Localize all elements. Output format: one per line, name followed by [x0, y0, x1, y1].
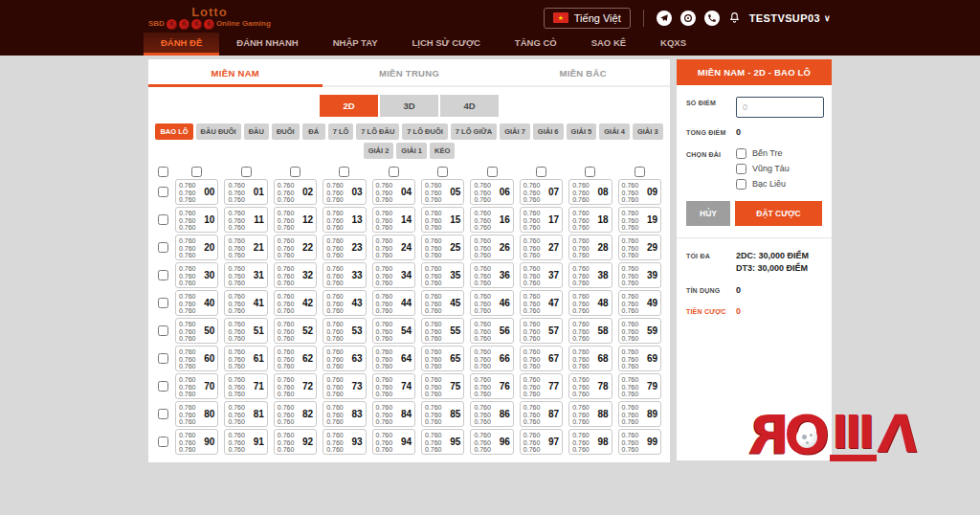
select-all-checkbox[interactable]: [158, 167, 168, 177]
number-cell-09[interactable]: 0.7600.760090.760: [618, 179, 661, 205]
number-cell-78[interactable]: 0.7600.760780.760: [568, 373, 612, 399]
number-cell-74[interactable]: 0.7600.760740.760: [372, 373, 415, 399]
number-cell-55[interactable]: 0.7600.760550.760: [421, 318, 464, 344]
bet-type-giải-3[interactable]: GIẢI 3: [633, 123, 663, 140]
tab-mien-trung[interactable]: MIỀN TRUNG: [323, 59, 497, 85]
column-8-checkbox[interactable]: [585, 167, 595, 177]
bet-type-kéo[interactable]: KÉO: [430, 143, 455, 159]
number-cell-22[interactable]: 0.7600.760220.760: [274, 235, 317, 260]
number-cell-49[interactable]: 0.7600.760490.760: [618, 290, 661, 316]
number-cell-89[interactable]: 0.7600.760890.760: [618, 401, 661, 427]
user-menu[interactable]: TESTVSUP03 ∨: [749, 12, 831, 24]
number-cell-05[interactable]: 0.7600.760050.760: [421, 179, 464, 205]
bet-type-7-lô[interactable]: 7 LÔ: [328, 123, 354, 140]
number-cell-92[interactable]: 0.7600.760920.760: [274, 429, 317, 455]
number-cell-81[interactable]: 0.7600.760810.760: [224, 401, 267, 427]
number-cell-82[interactable]: 0.7600.760820.760: [274, 401, 317, 427]
number-cell-00[interactable]: 0.7600.760000.760: [175, 179, 218, 205]
number-cell-73[interactable]: 0.7600.760730.760: [323, 373, 366, 399]
number-cell-16[interactable]: 0.7600.760160.760: [470, 207, 513, 233]
number-cell-99[interactable]: 0.7600.760990.760: [618, 429, 661, 455]
nav-item-kqxs[interactable]: KQXS: [643, 33, 703, 56]
nav-item-danh-de[interactable]: ĐÁNH ĐỀ: [144, 33, 219, 56]
row-80-checkbox[interactable]: [158, 409, 168, 419]
number-cell-20[interactable]: 0.7600.760200.760: [175, 235, 218, 260]
number-cell-25[interactable]: 0.7600.760250.760: [421, 235, 464, 260]
number-cell-14[interactable]: 0.7600.760140.760: [372, 207, 415, 233]
number-cell-63[interactable]: 0.7600.760630.760: [323, 346, 366, 371]
number-cell-30[interactable]: 0.7600.760300.760: [175, 262, 218, 288]
column-6-checkbox[interactable]: [487, 167, 498, 177]
number-cell-85[interactable]: 0.7600.760850.760: [421, 401, 464, 427]
messenger-icon[interactable]: [680, 11, 696, 26]
number-cell-57[interactable]: 0.7600.760570.760: [520, 318, 563, 344]
number-cell-90[interactable]: 0.7600.760900.760: [175, 429, 218, 455]
number-cell-83[interactable]: 0.7600.760830.760: [323, 401, 366, 427]
number-cell-80[interactable]: 0.7600.760800.760: [175, 401, 218, 427]
brand-logo[interactable]: Lotto SBD 6 6 6 6 Online Gaming: [148, 6, 271, 30]
number-cell-11[interactable]: 0.7600.760110.760: [224, 207, 267, 233]
bet-type-giải-5[interactable]: GIẢI 5: [567, 123, 597, 140]
tab-3d[interactable]: 3D: [380, 95, 438, 117]
number-cell-56[interactable]: 0.7600.760560.760: [470, 318, 513, 344]
number-cell-31[interactable]: 0.7600.760310.760: [224, 262, 267, 288]
number-cell-48[interactable]: 0.7600.760480.760: [568, 290, 612, 316]
bet-type-bao-lô[interactable]: BAO LÔ: [155, 123, 192, 140]
number-cell-69[interactable]: 0.7600.760690.760: [618, 346, 661, 371]
row-60-checkbox[interactable]: [158, 353, 168, 364]
number-cell-27[interactable]: 0.7600.760270.760: [520, 235, 563, 260]
number-cell-28[interactable]: 0.7600.760280.760: [568, 235, 612, 260]
number-cell-70[interactable]: 0.7600.760700.760: [175, 373, 218, 399]
bet-type-giải-4[interactable]: GIẢI 4: [599, 123, 630, 140]
row-20-checkbox[interactable]: [158, 242, 168, 253]
bet-type-giải-6[interactable]: GIẢI 6: [533, 123, 564, 140]
number-cell-75[interactable]: 0.7600.760750.760: [421, 373, 464, 399]
number-cell-06[interactable]: 0.7600.760060.760: [470, 179, 513, 205]
number-cell-37[interactable]: 0.7600.760370.760: [520, 262, 563, 288]
number-cell-76[interactable]: 0.7600.760760.760: [470, 373, 513, 399]
number-cell-61[interactable]: 0.7600.760610.760: [224, 346, 267, 371]
number-cell-87[interactable]: 0.7600.760870.760: [520, 401, 563, 427]
number-cell-62[interactable]: 0.7600.760620.760: [274, 346, 317, 371]
row-00-checkbox[interactable]: [158, 187, 168, 197]
cancel-button[interactable]: HỦY: [686, 201, 730, 226]
station-bac-lieu[interactable]: Bạc Liêu: [736, 179, 790, 190]
bet-type-7-lô-đuôi[interactable]: 7 LÔ ĐUÔI: [402, 123, 448, 140]
number-cell-36[interactable]: 0.7600.760360.760: [470, 262, 513, 288]
nav-item-lich-su-cuoc[interactable]: LỊCH SỬ CƯỢC: [394, 33, 497, 56]
row-40-checkbox[interactable]: [158, 298, 168, 308]
station-bac-lieu-checkbox[interactable]: [736, 179, 746, 190]
number-cell-88[interactable]: 0.7600.760880.760: [568, 401, 612, 427]
column-0-checkbox[interactable]: [191, 167, 202, 177]
number-cell-04[interactable]: 0.7600.760040.760: [372, 179, 415, 205]
number-cell-26[interactable]: 0.7600.760260.760: [470, 235, 513, 260]
number-cell-60[interactable]: 0.7600.760600.760: [175, 346, 218, 371]
points-input[interactable]: [736, 97, 824, 118]
number-cell-17[interactable]: 0.7600.760170.760: [520, 207, 563, 233]
nav-item-danh-nhanh[interactable]: ĐÁNH NHANH: [219, 33, 315, 56]
number-cell-33[interactable]: 0.7600.760330.760: [323, 262, 366, 288]
number-cell-32[interactable]: 0.7600.760320.760: [274, 262, 317, 288]
bet-type-giải-7[interactable]: GIẢI 7: [500, 123, 530, 140]
column-1-checkbox[interactable]: [241, 167, 252, 177]
number-cell-15[interactable]: 0.7600.760150.760: [421, 207, 464, 233]
number-cell-52[interactable]: 0.7600.760520.760: [274, 318, 317, 344]
number-cell-38[interactable]: 0.7600.760380.760: [568, 262, 612, 288]
bet-type-giải-1[interactable]: GIẢI 1: [396, 143, 427, 159]
number-cell-42[interactable]: 0.7600.760420.760: [274, 290, 317, 316]
row-50-checkbox[interactable]: [158, 325, 168, 336]
bet-type-đuôi[interactable]: ĐUÔI: [272, 123, 300, 140]
number-cell-43[interactable]: 0.7600.760430.760: [323, 290, 366, 316]
station-ben-tre[interactable]: Bến Tre: [736, 148, 790, 159]
nav-item-sao-ke[interactable]: SAO KÊ: [574, 33, 643, 56]
number-cell-10[interactable]: 0.7600.760100.760: [175, 207, 218, 233]
number-cell-96[interactable]: 0.7600.760960.760: [470, 429, 513, 455]
number-cell-07[interactable]: 0.7600.760070.760: [520, 179, 563, 205]
bet-type-7-lô-giữa[interactable]: 7 LÔ GIỮA: [451, 123, 497, 140]
number-cell-64[interactable]: 0.7600.760640.760: [372, 346, 415, 371]
number-cell-93[interactable]: 0.7600.760930.760: [323, 429, 366, 455]
column-7-checkbox[interactable]: [536, 167, 546, 177]
column-3-checkbox[interactable]: [339, 167, 349, 177]
bet-type-giải-2[interactable]: GIẢI 2: [364, 143, 394, 159]
number-cell-44[interactable]: 0.7600.760440.760: [372, 290, 415, 316]
